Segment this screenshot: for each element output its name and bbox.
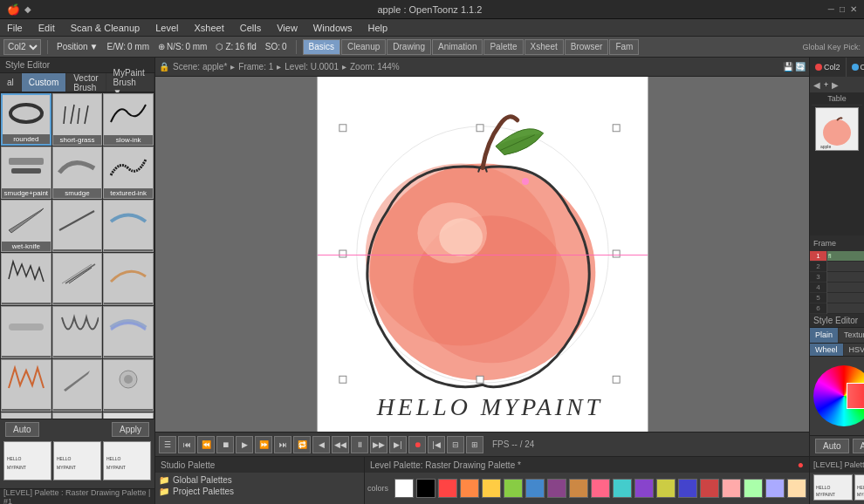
nav-left[interactable]: ◀ (812, 80, 822, 90)
frame-num-1[interactable]: 1 (810, 251, 826, 262)
menu-view[interactable]: View (273, 23, 301, 33)
prev-btn[interactable]: ⏪ (197, 436, 215, 453)
tab-col3[interactable]: Col3 (847, 58, 864, 77)
brush-item-13[interactable] (1, 306, 51, 358)
frame-cell-1-6[interactable] (827, 303, 864, 314)
pause-btn[interactable]: ⏸ (351, 436, 368, 453)
swatch-navy[interactable] (678, 479, 697, 498)
brush-item-11[interactable] (52, 253, 103, 305)
menu-help[interactable]: Help (364, 23, 391, 33)
tab-browser[interactable]: Browser (565, 39, 609, 55)
stop-btn[interactable]: ⏹ (216, 436, 234, 453)
tab-cleanup[interactable]: Cleanup (341, 39, 386, 55)
end2-btn[interactable]: |◀ (428, 436, 445, 453)
frame-cell-1-4[interactable] (827, 283, 864, 293)
swatch-blue[interactable] (525, 479, 545, 498)
frame-cell-1-5[interactable] (827, 293, 864, 303)
brush-item-10[interactable] (1, 253, 51, 305)
tab-xsheet[interactable]: Xsheet (525, 39, 564, 55)
swatch-white[interactable] (394, 479, 414, 498)
brush-item-14[interactable] (52, 306, 103, 358)
menu-xsheet[interactable]: Xsheet (191, 23, 228, 33)
swatch-red[interactable] (438, 479, 457, 498)
auto-button[interactable]: Auto (5, 422, 39, 437)
brush-item-8[interactable] (52, 200, 103, 252)
minimize-btn[interactable]: ─ (828, 4, 834, 14)
frame-cell-1-3[interactable] (827, 272, 864, 283)
swatch-mint[interactable] (744, 479, 763, 498)
frame-cell-1-2[interactable] (827, 262, 864, 272)
frame-num-2[interactable]: 2 (810, 262, 826, 272)
close-btn[interactable]: ✕ (850, 4, 857, 14)
back-btn[interactable]: ◀ (312, 436, 330, 453)
swatch-olive[interactable] (656, 479, 675, 498)
frame-num-3[interactable]: 3 (810, 272, 826, 283)
menu-file[interactable]: File (3, 23, 26, 33)
swatch-peach[interactable] (787, 479, 806, 498)
subtab-wheel[interactable]: Wheel (810, 344, 844, 356)
brush-item-smudge-paint[interactable]: smudge+paint (1, 146, 51, 199)
refresh-icon[interactable]: 🔄 (795, 62, 806, 72)
menu-level[interactable]: Level (152, 23, 182, 33)
brush-item-short-grass[interactable]: short-grass (52, 93, 103, 146)
swatch-pink[interactable] (591, 479, 610, 498)
brush-item-smudge[interactable]: smudge (52, 146, 103, 199)
tab-drawing[interactable]: Drawing (387, 39, 431, 55)
brush-item-18[interactable] (103, 359, 154, 412)
brush-item-15[interactable] (103, 306, 154, 358)
prev-frame-btn[interactable]: ⏮ (178, 436, 195, 453)
play-btn[interactable]: ▶ (236, 436, 253, 453)
global-palettes-row[interactable]: 📁 Global Palettes (157, 474, 362, 486)
nav-right[interactable]: ▶ (830, 80, 840, 90)
project-palettes-row[interactable]: 📁 Project Palettes (157, 486, 362, 497)
brush-item-19[interactable] (1, 412, 51, 419)
col-select[interactable]: Col2 (3, 39, 41, 55)
brush-item-textured-ink[interactable]: textured-ink (103, 146, 154, 199)
fwd-btn[interactable]: ▶▶ (370, 436, 387, 453)
apply-button[interactable]: Apply (112, 422, 149, 437)
frame-num-5[interactable]: 5 (810, 293, 826, 303)
tab-animation[interactable]: Animation (432, 39, 483, 55)
tab-custom[interactable]: Custom (22, 73, 66, 92)
add-col-btn[interactable]: + (824, 80, 828, 89)
menu-windows[interactable]: Windows (310, 23, 356, 33)
tab-palette[interactable]: Palette (483, 39, 523, 55)
swatch-brown[interactable] (569, 479, 588, 498)
swatch-green[interactable] (504, 479, 523, 498)
next-frame-btn[interactable]: ⏭ (274, 436, 291, 453)
rec-btn[interactable]: ⏺ (408, 436, 426, 453)
back2-btn[interactable]: ◀◀ (332, 436, 349, 453)
brush-item-rounded[interactable]: rounded (1, 93, 51, 146)
swatch-salmon[interactable] (722, 479, 741, 498)
menu-scan[interactable]: Scan & Cleanup (67, 23, 144, 33)
frame-cell-1-1[interactable]: fl (827, 251, 864, 262)
brush-item-12[interactable] (103, 253, 154, 305)
next-btn[interactable]: ⏩ (255, 436, 272, 453)
brush-item-16[interactable] (1, 359, 51, 412)
window-controls[interactable]: 🍎 ◆ (7, 3, 31, 16)
swatch-purple[interactable] (547, 479, 566, 498)
brush-item-9[interactable] (103, 200, 154, 252)
apply-btn-right[interactable]: Apply (853, 439, 864, 453)
menu-cells[interactable]: Cells (237, 23, 264, 33)
maximize-btn[interactable]: □ (840, 4, 845, 14)
swatch-black[interactable] (416, 479, 435, 498)
tab-col2[interactable]: Col2 (810, 58, 847, 77)
brush-item-17[interactable] (52, 359, 103, 412)
window-controls-right[interactable]: ─ □ ✕ (828, 4, 857, 14)
swatch-lavender[interactable] (765, 479, 785, 498)
brush-item-20[interactable]: AUTO Auto (52, 412, 103, 419)
frame-num-4[interactable]: 4 (810, 283, 826, 293)
brush-item-21[interactable]: HELLO MYPAINT (103, 412, 154, 419)
expand-btn[interactable]: ⊞ (466, 436, 483, 453)
style-tab-plain[interactable]: Plain (810, 328, 839, 343)
swatch-violet[interactable] (634, 479, 654, 498)
tab-basics[interactable]: Basics (303, 39, 340, 55)
loop-btn[interactable]: 🔁 (293, 436, 311, 453)
swatch-yellow[interactable] (482, 479, 501, 498)
brush-item-slow-ink[interactable]: slow-ink (103, 93, 154, 146)
save-icon[interactable]: 💾 (783, 62, 793, 72)
brush-item-wet-knife[interactable]: wet-knife (1, 200, 51, 252)
swatch-teal[interactable] (613, 479, 632, 498)
swatch-crimson[interactable] (700, 479, 719, 498)
